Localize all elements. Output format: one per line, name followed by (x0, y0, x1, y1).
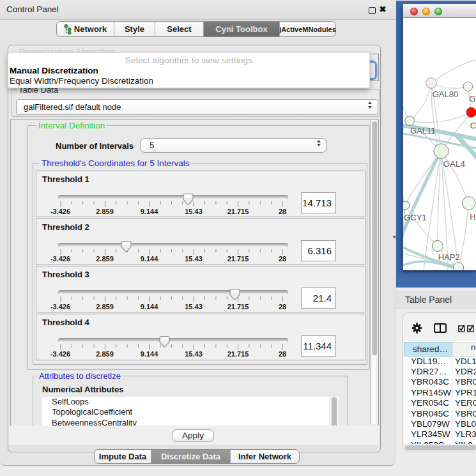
svg-text:GCY1: GCY1 (404, 213, 426, 222)
svg-text:GAL80: GAL80 (433, 89, 458, 99)
svg-text:GAL7: GAL7 (469, 94, 476, 104)
svg-text:GAL11: GAL11 (410, 126, 436, 135)
svg-text:HAP2: HAP2 (438, 252, 460, 262)
svg-text:GAL4: GAL4 (443, 159, 466, 169)
svg-text:HAP: HAP (470, 212, 476, 222)
svg-text:CDC1: CDC1 (470, 121, 476, 130)
